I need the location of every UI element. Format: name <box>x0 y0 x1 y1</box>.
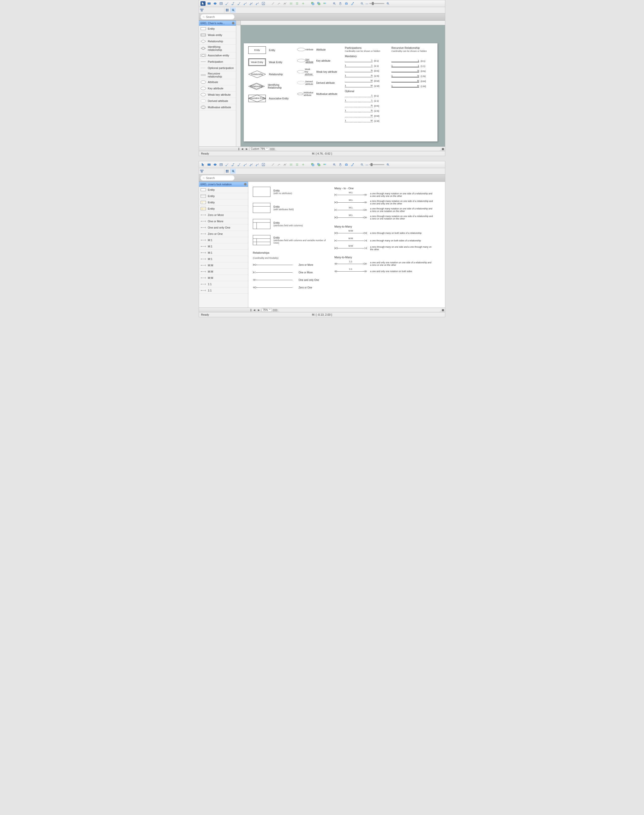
library-item[interactable]: Zero or One <box>199 231 248 237</box>
library-item[interactable]: M:M <box>199 275 248 281</box>
library-item[interactable]: Key attribute <box>199 85 236 92</box>
search-input[interactable] <box>206 15 232 18</box>
library-tree-toggle[interactable] <box>199 8 204 12</box>
next-page-button[interactable]: ▶ <box>245 147 248 151</box>
pointer-tool[interactable] <box>201 162 205 167</box>
ellipse-tool[interactable] <box>213 1 218 6</box>
connector-tool-6[interactable] <box>255 162 260 167</box>
eyedropper-tool[interactable] <box>350 162 355 167</box>
library-item[interactable]: Zero or More <box>199 212 248 218</box>
line-tool-1[interactable] <box>270 162 276 167</box>
connector-tool-4[interactable] <box>243 1 248 6</box>
pan-tool[interactable] <box>338 162 343 167</box>
connector-tool-6[interactable] <box>255 1 260 6</box>
line-tool-5[interactable] <box>294 1 300 6</box>
rect-tool[interactable] <box>207 1 212 6</box>
canvas[interactable]: Entity(with no attributes)Entity(with at… <box>248 182 445 308</box>
pan-tool[interactable] <box>338 1 343 6</box>
library-item[interactable]: M:1 <box>199 250 248 256</box>
search-view-button[interactable] <box>230 169 236 174</box>
ellipse-tool[interactable] <box>213 162 218 167</box>
zoom-slider[interactable]: — <box>365 163 384 166</box>
view-mode-icon[interactable]: ▦ <box>442 309 444 311</box>
line-tool-2[interactable] <box>276 1 282 6</box>
group-tool-1[interactable] <box>310 162 315 167</box>
eyedropper-tool[interactable] <box>350 1 355 6</box>
library-item[interactable]: One and only One <box>199 225 248 231</box>
library-item[interactable]: Attribute <box>199 79 236 85</box>
print-tool[interactable] <box>344 162 349 167</box>
line-tool-5[interactable] <box>294 162 300 167</box>
next-page-button[interactable]: ▶ <box>257 308 261 312</box>
library-item[interactable]: Relationship <box>199 38 236 45</box>
connector-tool-3[interactable] <box>237 162 242 167</box>
zoom-in-tool[interactable] <box>332 162 337 167</box>
horizontal-scrollbar[interactable] <box>276 147 441 151</box>
line-tool-4[interactable] <box>288 162 294 167</box>
library-tree-toggle[interactable] <box>199 169 204 174</box>
library-item[interactable]: Associative entity <box>199 52 236 58</box>
library-item[interactable]: Entity <box>199 199 248 206</box>
page-tabs[interactable]: ▯▯▯ <box>270 148 275 150</box>
library-item[interactable]: M:1 <box>199 243 248 250</box>
connector-tool-5[interactable] <box>249 162 254 167</box>
line-tool-4[interactable] <box>288 1 294 6</box>
connector-tool-3[interactable] <box>237 1 242 6</box>
connector-tool-5[interactable] <box>249 1 254 6</box>
connector-tool-1[interactable] <box>225 1 230 6</box>
view-mode-icon[interactable]: ▦ <box>442 148 444 150</box>
search-view-button[interactable] <box>230 8 236 12</box>
pointer-tool[interactable] <box>201 1 205 6</box>
search-input[interactable] <box>206 177 232 180</box>
group-tool-2[interactable] <box>316 1 321 6</box>
text-tool[interactable]: A <box>261 1 266 6</box>
table-tool[interactable] <box>219 1 224 6</box>
pages-handle[interactable]: ‖ <box>238 148 239 150</box>
connector-tool-2[interactable] <box>231 1 236 6</box>
library-item[interactable]: Weak entity <box>199 32 236 38</box>
group-tool-3[interactable] <box>322 162 327 167</box>
library-item[interactable]: M:1 <box>199 237 248 243</box>
text-tool[interactable]: A <box>261 162 266 167</box>
search-box[interactable] <box>201 14 235 19</box>
prev-page-button[interactable]: ◀ <box>253 308 256 312</box>
horizontal-scrollbar[interactable] <box>279 308 441 312</box>
prev-page-button[interactable]: ◀ <box>241 147 244 151</box>
library-item[interactable]: Participation <box>199 58 236 65</box>
library-item[interactable]: M:M <box>199 269 248 275</box>
library-item[interactable]: Multivalue attribute <box>199 104 236 111</box>
canvas[interactable]: EntityEntityWeak EntityWeak EntityRelati… <box>236 21 445 146</box>
grid-view-button[interactable] <box>224 8 230 12</box>
connector-tool-2[interactable] <box>231 162 236 167</box>
library-item[interactable]: Recursive relationship <box>199 71 236 79</box>
library-item[interactable]: Entity <box>199 26 236 32</box>
line-tool-1[interactable] <box>270 1 276 6</box>
pages-handle[interactable]: ‖ <box>250 309 251 311</box>
close-section-icon[interactable] <box>244 183 247 186</box>
connector-tool-4[interactable] <box>243 162 248 167</box>
library-item[interactable]: M:1 <box>199 256 248 262</box>
library-item[interactable]: Entity <box>199 187 248 193</box>
zoom-out-icon[interactable] <box>359 1 365 6</box>
library-item[interactable]: 1:1 <box>199 288 248 294</box>
library-item[interactable]: Derived attribute <box>199 98 236 104</box>
table-tool[interactable] <box>219 162 224 167</box>
library-item[interactable]: 1:1 <box>199 281 248 288</box>
zoom-level[interactable]: 75% ⌃ <box>262 308 272 312</box>
library-section-header[interactable]: ERD, Chen's nota... <box>199 21 236 26</box>
line-tool-6[interactable] <box>301 1 306 6</box>
line-tool-3[interactable] <box>282 162 288 167</box>
library-item[interactable]: One or More <box>199 218 248 225</box>
grid-view-button[interactable] <box>224 169 230 174</box>
zoom-out-icon[interactable] <box>359 162 365 167</box>
zoom-in-tool[interactable] <box>332 1 337 6</box>
group-tool-1[interactable] <box>310 1 315 6</box>
page-tabs[interactable]: ▯▯▯ <box>273 309 278 311</box>
library-item[interactable]: Entity <box>199 206 248 212</box>
library-item[interactable]: M:M <box>199 262 248 269</box>
zoom-level[interactable]: Custom 79% ⌃ <box>250 147 269 151</box>
connector-tool-1[interactable] <box>225 162 230 167</box>
line-tool-2[interactable] <box>276 162 282 167</box>
library-item[interactable]: Identifying relationship <box>199 45 236 52</box>
zoom-in-icon[interactable] <box>385 162 390 167</box>
